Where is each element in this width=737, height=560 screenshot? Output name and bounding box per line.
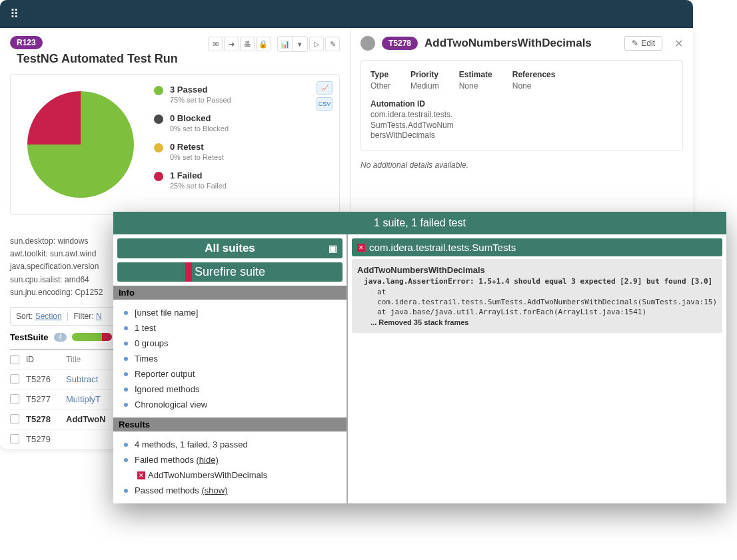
report-left-pane: All suites ▣ Surefire suite Info [unset … — [113, 234, 348, 503]
pencil-icon[interactable]: ✎ — [325, 37, 340, 51]
legend-retest: 0 Retest0% set to Retest — [154, 142, 231, 161]
all-suites-bar[interactable]: All suites ▣ — [117, 238, 343, 258]
info-section-label: Info — [113, 286, 347, 300]
suite-count-badge: 4 — [54, 333, 67, 342]
no-details-text: No additional details available. — [361, 160, 683, 170]
bullet-icon — [124, 372, 128, 376]
suite-name: TestSuite — [10, 332, 49, 342]
detail-header: T5278 AddTwoNumbersWithDecimals ✎Edit ✕ — [361, 36, 683, 51]
test-id: T5276 — [26, 374, 66, 384]
lock-icon[interactable]: 🔒 — [256, 37, 271, 51]
info-item[interactable]: 0 groups — [124, 336, 336, 351]
field-automation-id: Automation ID com.idera.testrail.tests.S… — [370, 99, 673, 141]
checkbox[interactable] — [10, 434, 19, 443]
surefire-suite-bar[interactable]: Surefire suite — [117, 262, 343, 282]
checkbox[interactable] — [10, 414, 19, 423]
testng-report-window: 1 suite, 1 failed test All suites ▣ Sure… — [113, 212, 726, 503]
assertion-error: java.lang.AssertionError: 1.5+1.4 should… — [357, 276, 717, 286]
test-title[interactable]: Subtract — [66, 374, 98, 384]
passed-methods-row: Passed methods (show) — [124, 483, 336, 498]
pie-chart — [21, 85, 141, 204]
bullet-icon — [124, 311, 128, 315]
chart-legend: 3 Passed75% set to Passed 0 Blocked0% se… — [154, 85, 231, 204]
run-header: R123 TestNG Automated Test Run ✉ ➜ 🖶 🔒 📊… — [0, 36, 350, 66]
bullet-icon — [124, 357, 128, 361]
test-title[interactable]: AddTwoN — [66, 414, 106, 424]
checkbox[interactable] — [10, 394, 19, 404]
info-item[interactable]: 1 test — [124, 320, 336, 336]
fail-x-icon: ✕ — [137, 471, 145, 479]
export-icon[interactable]: ➜ — [224, 37, 239, 51]
chart-icon[interactable]: 📊 — [278, 37, 293, 51]
bullet-icon — [124, 403, 128, 407]
run-badge: R123 — [10, 36, 43, 49]
toolbar: ✉ ➜ 🖶 🔒 📊 ▾ ▷ ✎ — [208, 36, 340, 52]
test-id: T5278 — [26, 414, 66, 424]
dot-icon — [154, 115, 163, 124]
info-item[interactable]: Times — [124, 351, 336, 366]
dot-icon — [154, 172, 163, 181]
test-id: T5277 — [26, 394, 66, 404]
edit-button[interactable]: ✎Edit — [624, 36, 662, 51]
status-dot-icon — [361, 36, 375, 51]
failed-method-item[interactable]: ✕AddTwoNumbersWithDecimals — [124, 467, 336, 483]
suite-title-bar: ✕ com.idera.testrail.tests.SumTests — [352, 238, 722, 256]
chevron-down-icon[interactable]: ▾ — [293, 37, 307, 51]
export-image-button[interactable]: 📈 — [317, 81, 333, 95]
info-item[interactable]: [unset file name] — [124, 305, 336, 320]
bullet-icon — [124, 326, 128, 330]
test-title[interactable]: MultiplyT — [66, 394, 101, 404]
run-title: TestNG Automated Test Run — [17, 52, 178, 66]
field-estimate: Estimate None — [459, 70, 492, 91]
print-icon[interactable]: 🖶 — [240, 37, 255, 51]
bullet-icon — [124, 342, 128, 346]
suite-progress-bar — [72, 333, 112, 341]
sort-label: Sort: — [16, 312, 33, 321]
info-item[interactable]: Ignored methods — [124, 382, 336, 397]
play-icon[interactable]: ▷ — [309, 37, 324, 51]
col-title: Title — [66, 355, 81, 364]
summary-chart-card: 3 Passed75% set to Passed 0 Blocked0% se… — [10, 74, 340, 215]
failed-method-name: AddTwoNumbersWithDecimals — [357, 264, 717, 276]
close-icon[interactable]: ✕ — [674, 37, 683, 50]
field-type: Type Other — [370, 70, 390, 91]
show-link[interactable]: (show) — [201, 485, 227, 495]
bullet-icon — [124, 489, 128, 493]
bullet-icon — [124, 458, 128, 462]
collapse-icon[interactable]: ▣ — [329, 243, 337, 254]
detail-properties-box: Type Other Priority Medium Estimate None… — [361, 60, 683, 151]
legend-failed: 1 Failed25% set to Failed — [154, 170, 231, 190]
results-section-label: Results — [113, 418, 347, 431]
info-item[interactable]: Reporter output — [124, 366, 336, 382]
export-csv-button[interactable]: CSV — [317, 97, 333, 111]
stack-line: at com.idera.testrail.tests.SumTests.Add… — [357, 287, 717, 308]
sort-value[interactable]: Section — [35, 312, 62, 321]
hide-link[interactable]: (hide) — [197, 455, 219, 465]
report-right-pane: ✕ com.idera.testrail.tests.SumTests AddT… — [348, 234, 726, 503]
app-header: ⠿ — [0, 0, 693, 28]
results-list: 4 methods, 1 failed, 3 passed Failed met… — [113, 431, 347, 503]
info-item[interactable]: Chronological view — [124, 397, 336, 412]
legend-blocked: 0 Blocked0% set to Blocked — [154, 113, 231, 133]
filter-value[interactable]: N — [96, 312, 102, 321]
field-references: References None — [512, 70, 556, 91]
failed-methods-row: Failed methods (hide) — [124, 452, 336, 467]
results-summary: 4 methods, 1 failed, 3 passed — [124, 437, 336, 452]
removed-frames: ... Removed 35 stack frames — [357, 318, 717, 328]
test-id: T5279 — [26, 434, 66, 444]
mail-icon[interactable]: ✉ — [208, 37, 223, 51]
report-header: 1 suite, 1 failed test — [113, 212, 726, 234]
stack-line: at java.base/java.util.ArrayList.forEach… — [357, 307, 717, 317]
col-id: ID — [26, 355, 66, 364]
pencil-icon: ✎ — [632, 39, 638, 48]
checkbox[interactable] — [10, 374, 19, 384]
bullet-icon — [124, 388, 128, 392]
checkbox[interactable] — [10, 355, 19, 364]
dot-icon — [154, 143, 163, 152]
stack-trace-box: AddTwoNumbersWithDecimals java.lang.Asse… — [352, 259, 722, 333]
legend-passed: 3 Passed75% set to Passed — [154, 85, 231, 104]
field-priority: Priority Medium — [410, 70, 439, 91]
test-id-badge: T5278 — [382, 37, 418, 50]
info-list: [unset file name] 1 test 0 groups Times … — [113, 300, 347, 418]
logo-icon: ⠿ — [10, 7, 19, 21]
